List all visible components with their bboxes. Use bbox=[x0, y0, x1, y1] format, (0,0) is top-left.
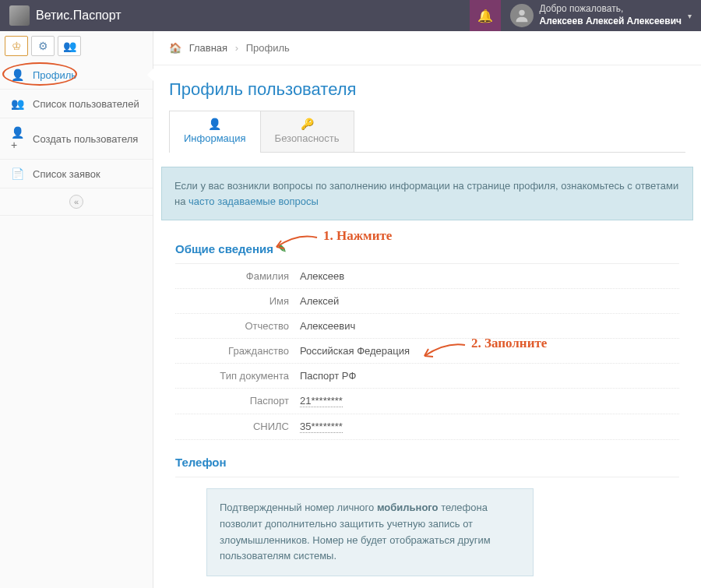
field-doctype: Тип документа Паспорт РФ bbox=[175, 364, 679, 389]
sidebar-item-profile[interactable]: 👤 Профиль bbox=[0, 61, 153, 90]
sidebar-item-create-user[interactable]: 👤+ Создать пользователя bbox=[0, 118, 153, 160]
field-label: Отчество bbox=[175, 320, 300, 332]
app-header: Ветис.Паспорт 🔔 Добро пожаловать, Алексе… bbox=[0, 0, 701, 31]
field-label: Паспорт bbox=[175, 395, 300, 407]
field-citizenship: Гражданство Российская Федерация bbox=[175, 339, 679, 364]
user-fullname: Алексеев Алексей Алексеевич bbox=[540, 16, 682, 28]
chevron-down-icon: ▾ bbox=[688, 12, 692, 20]
info-box: Если у вас возникли вопросы по заполнени… bbox=[161, 167, 693, 220]
tab-info[interactable]: 👤 Информация bbox=[169, 111, 261, 152]
field-label: Тип документа bbox=[175, 370, 300, 382]
section-title-text: Общие сведения bbox=[175, 242, 273, 255]
field-value: Паспорт РФ bbox=[300, 370, 356, 382]
home-icon: 🏠 bbox=[169, 42, 181, 54]
sidebar-item-label: Создать пользователя bbox=[33, 133, 138, 145]
field-name: Имя Алексей bbox=[175, 289, 679, 314]
role-tab-1[interactable]: ♔ bbox=[5, 36, 28, 56]
section-phone: Телефон bbox=[175, 448, 679, 477]
tab-label: Информация bbox=[184, 132, 246, 144]
field-label: Гражданство bbox=[175, 345, 300, 357]
breadcrumb: 🏠 Главная › Профиль bbox=[153, 31, 701, 65]
field-label: СНИЛС bbox=[175, 421, 300, 433]
phone-notice: Подтвержденный номер личного мобильного … bbox=[206, 488, 534, 576]
field-label: Фамилия bbox=[175, 270, 300, 282]
breadcrumb-home[interactable]: Главная bbox=[189, 42, 227, 54]
field-family: Фамилия Алексеев bbox=[175, 264, 679, 289]
collapse-icon: « bbox=[69, 195, 83, 209]
key-icon: 🔑 bbox=[275, 118, 340, 130]
faq-link[interactable]: часто задаваемые вопросы bbox=[188, 195, 319, 207]
section-title-text: Телефон bbox=[175, 456, 227, 469]
sidebar-item-label: Список пользователей bbox=[33, 98, 139, 110]
sidebar-item-users-list[interactable]: 👥 Список пользователей bbox=[0, 90, 153, 118]
sidebar: ♔ ⚙ 👥 👤 Профиль 👥 Список пользователей 👤… bbox=[0, 31, 153, 588]
breadcrumb-separator: › bbox=[235, 42, 238, 54]
users-icon: 👥 bbox=[11, 97, 25, 110]
role-tab-3[interactable]: 👥 bbox=[58, 36, 81, 56]
field-value: Алексей bbox=[300, 295, 339, 307]
user-text: Добро пожаловать, Алексеев Алексей Алекс… bbox=[540, 3, 682, 27]
page-title: Профиль пользователя bbox=[153, 65, 701, 111]
user-icon: 👤 bbox=[184, 118, 246, 130]
file-icon: 📄 bbox=[11, 167, 25, 180]
sidebar-item-label: Список заявок bbox=[33, 168, 100, 180]
logo-cube-icon bbox=[9, 5, 30, 26]
field-value: 35******** bbox=[300, 421, 343, 433]
tab-security[interactable]: 🔑 Безопасность bbox=[260, 111, 354, 152]
field-value: Алексеевич bbox=[300, 320, 355, 332]
tab-label: Безопасность bbox=[275, 132, 340, 144]
field-passport: Паспорт 21******** bbox=[175, 389, 679, 414]
field-patronymic: Отчество Алексеевич bbox=[175, 314, 679, 339]
welcome-text: Добро пожаловать, bbox=[540, 3, 682, 16]
field-label: Имя bbox=[175, 295, 300, 307]
field-snils: СНИЛС 35******** bbox=[175, 414, 679, 440]
sidebar-item-label: Профиль bbox=[33, 69, 76, 81]
bell-icon: 🔔 bbox=[477, 9, 493, 23]
field-value: Алексеев bbox=[300, 270, 344, 282]
app-name: Ветис.Паспорт bbox=[36, 9, 122, 23]
role-tab-2[interactable]: ⚙ bbox=[31, 36, 55, 56]
user-menu[interactable]: Добро пожаловать, Алексеев Алексей Алекс… bbox=[501, 3, 702, 27]
role-tabs: ♔ ⚙ 👥 bbox=[0, 31, 153, 61]
user-icon: 👤 bbox=[11, 69, 25, 81]
sidebar-collapse[interactable]: « bbox=[0, 188, 153, 216]
field-value: Российская Федерация bbox=[300, 345, 410, 357]
notifications-button[interactable]: 🔔 bbox=[470, 0, 501, 31]
field-value: 21******** bbox=[300, 395, 343, 407]
edit-icon[interactable]: ✎ bbox=[278, 243, 287, 255]
svg-point-0 bbox=[519, 10, 524, 16]
app-logo: Ветис.Паспорт bbox=[0, 5, 131, 26]
tabs: 👤 Информация 🔑 Безопасность bbox=[169, 111, 685, 153]
avatar bbox=[510, 4, 534, 27]
main-content: 🏠 Главная › Профиль Профиль пользователя… bbox=[153, 31, 701, 588]
section-general: Общие сведения ✎ bbox=[175, 234, 679, 264]
breadcrumb-current: Профиль bbox=[246, 42, 290, 54]
sidebar-item-requests[interactable]: 📄 Список заявок bbox=[0, 160, 153, 188]
user-plus-icon: 👤+ bbox=[11, 126, 25, 151]
